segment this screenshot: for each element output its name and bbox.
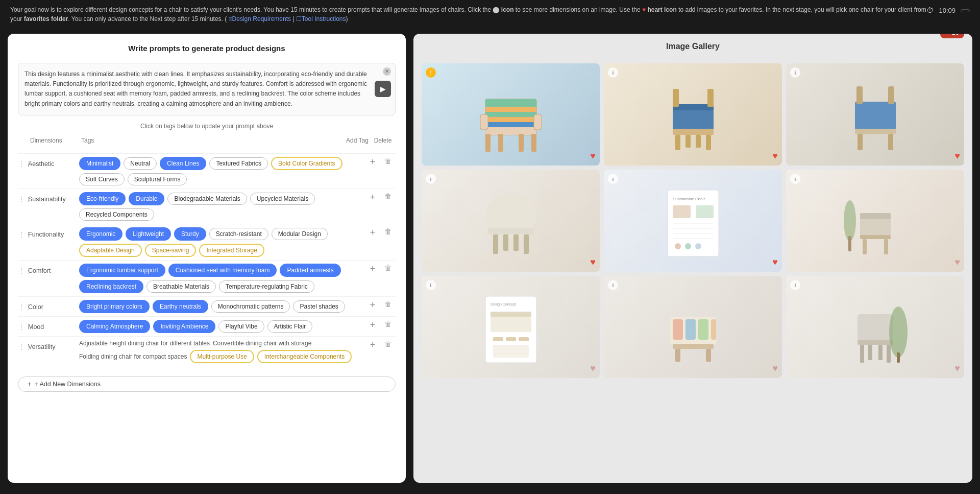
- tag[interactable]: Monochromatic patterns: [211, 300, 290, 313]
- add-tag-button[interactable]: +: [365, 227, 380, 238]
- delete-dimension-button[interactable]: 🗑: [380, 157, 396, 165]
- add-tag-button[interactable]: +: [365, 192, 380, 203]
- gallery-item[interactable]: i♥: [786, 170, 964, 272]
- prompt-info-icon[interactable]: ✕: [383, 67, 391, 76]
- tag[interactable]: Reclining backrest: [79, 280, 143, 293]
- delete-dimension-button[interactable]: 🗑: [380, 264, 396, 272]
- favorites-badge[interactable]: ♥ 10: [940, 34, 964, 38]
- delete-dimension-button[interactable]: 🗑: [380, 192, 396, 200]
- tag[interactable]: Bold Color Gradients: [271, 157, 342, 170]
- svg-rect-22: [855, 102, 896, 130]
- dimension-row: ⋮⋮ComfortErgonomic lumbar supportCushion…: [18, 260, 396, 296]
- drag-handle[interactable]: ⋮⋮: [18, 264, 28, 275]
- info-icon[interactable]: i: [608, 280, 618, 290]
- tag[interactable]: Minimalist: [79, 157, 120, 170]
- heart-button[interactable]: ♥: [590, 257, 596, 268]
- tag[interactable]: Modular Design: [272, 228, 328, 240]
- svg-rect-23: [855, 129, 896, 134]
- svg-rect-66: [675, 349, 680, 362]
- gallery-item[interactable]: Design Concept i♥: [422, 276, 600, 378]
- tag[interactable]: Recycled Components: [79, 208, 154, 221]
- delete-dimension-button[interactable]: 🗑: [380, 227, 396, 236]
- info-icon[interactable]: i: [790, 280, 800, 290]
- tag[interactable]: Clean Lines: [160, 157, 206, 170]
- add-tag-button[interactable]: +: [365, 340, 380, 350]
- heart-button[interactable]: ♥: [772, 257, 778, 268]
- tag[interactable]: Interchangeable Components: [257, 350, 352, 363]
- tag[interactable]: Sculptural Forms: [128, 173, 187, 185]
- info-icon[interactable]: i: [426, 280, 436, 290]
- tag[interactable]: Padded armrests: [280, 264, 340, 277]
- tag[interactable]: Sturdy: [174, 227, 206, 241]
- info-icon[interactable]: i: [608, 67, 618, 78]
- gallery-item[interactable]: Sustainable Chair i♥: [604, 170, 782, 272]
- tag: Adjustable height dining chair for diffe…: [79, 340, 210, 347]
- heart-button[interactable]: ♥: [954, 151, 960, 161]
- tag[interactable]: Breathable Materials: [146, 280, 216, 293]
- heart-button[interactable]: ♥: [590, 363, 596, 374]
- info-icon[interactable]: i: [790, 67, 800, 78]
- tag[interactable]: Bright primary colors: [79, 300, 150, 313]
- delete-dimension-button[interactable]: 🗑: [380, 320, 396, 328]
- send-prompt-button[interactable]: ▶: [375, 81, 391, 97]
- info-icon[interactable]: i: [608, 174, 618, 184]
- heart-button[interactable]: ♥: [590, 151, 596, 161]
- tag[interactable]: Upcycled Materials: [250, 193, 315, 205]
- add-tag-button[interactable]: +: [365, 264, 380, 274]
- tag[interactable]: Cushioned seat with memory foam: [168, 264, 277, 277]
- svg-rect-16: [673, 89, 679, 107]
- heart-button[interactable]: ♥: [954, 363, 960, 374]
- design-requirements-link[interactable]: ≡Design Requirements: [229, 15, 291, 22]
- heart-button[interactable]: ♥: [772, 363, 778, 374]
- tag[interactable]: Artistic Flair: [267, 320, 313, 333]
- delete-dimension-button[interactable]: 🗑: [380, 300, 396, 308]
- add-tag-button[interactable]: +: [365, 320, 380, 331]
- gallery-item[interactable]: i♥: [786, 63, 964, 166]
- add-tag-button[interactable]: +: [365, 300, 380, 311]
- info-icon[interactable]: i: [790, 174, 800, 184]
- tag[interactable]: Durable: [129, 192, 164, 205]
- tag[interactable]: Space-saving: [145, 244, 197, 257]
- tag[interactable]: Earthy neutrals: [153, 300, 208, 313]
- image-gallery: !♥ i♥ i♥ i♥ Sustainable Chai: [422, 63, 964, 378]
- info-icon[interactable]: i: [426, 174, 436, 184]
- gallery-item[interactable]: i♥: [604, 276, 782, 378]
- tag[interactable]: Playful Vibe: [218, 320, 264, 333]
- tag[interactable]: Biodegradable Materials: [167, 193, 247, 205]
- tag[interactable]: Integrated Storage: [199, 244, 264, 257]
- tool-instructions-link[interactable]: ☐Tool Instructions: [296, 15, 346, 22]
- tag[interactable]: Soft Curves: [79, 173, 125, 185]
- gallery-item[interactable]: i♥: [604, 63, 782, 166]
- tag[interactable]: Lightweight: [126, 227, 171, 241]
- tag[interactable]: Ergonomic: [79, 227, 122, 241]
- add-dimensions-button[interactable]: + + Add New Dimensions: [18, 377, 396, 392]
- drag-handle[interactable]: ⋮⋮: [18, 157, 28, 168]
- tag[interactable]: Ergonomic lumbar support: [79, 264, 165, 277]
- tag[interactable]: Multi-purpose Use: [190, 350, 254, 363]
- drag-handle[interactable]: ⋮⋮: [18, 320, 28, 331]
- delete-dimension-button[interactable]: 🗑: [380, 340, 396, 348]
- icon-label: icon: [501, 6, 514, 13]
- heart-icon-label: heart icon: [647, 6, 676, 13]
- tag[interactable]: Eco-friendly: [79, 192, 126, 205]
- tag[interactable]: Pastel shades: [293, 300, 345, 313]
- warning-icon[interactable]: !: [426, 67, 436, 78]
- tag[interactable]: Calming Atmosphere: [79, 320, 150, 333]
- drag-handle[interactable]: ⋮⋮: [18, 300, 28, 311]
- tag[interactable]: Temperature-regulating Fabric: [219, 280, 314, 293]
- tag[interactable]: Inviting Ambience: [153, 320, 215, 333]
- tag[interactable]: Textured Fabrics: [209, 157, 268, 170]
- gallery-item[interactable]: !♥: [422, 63, 600, 166]
- heart-button[interactable]: ♥: [954, 257, 960, 268]
- svg-point-43: [685, 243, 691, 249]
- drag-handle[interactable]: ⋮⋮: [18, 192, 28, 203]
- gallery-item[interactable]: i♥: [422, 170, 600, 272]
- add-tag-button[interactable]: +: [365, 157, 380, 168]
- tag[interactable]: Scratch-resistant: [209, 228, 268, 240]
- gallery-item[interactable]: i♥: [786, 276, 964, 378]
- drag-handle[interactable]: ⋮⋮: [18, 340, 28, 351]
- tag[interactable]: Neutral: [124, 157, 157, 170]
- drag-handle[interactable]: ⋮⋮: [18, 227, 28, 239]
- tag[interactable]: Adaptable Design: [79, 244, 142, 257]
- heart-button[interactable]: ♥: [772, 151, 778, 161]
